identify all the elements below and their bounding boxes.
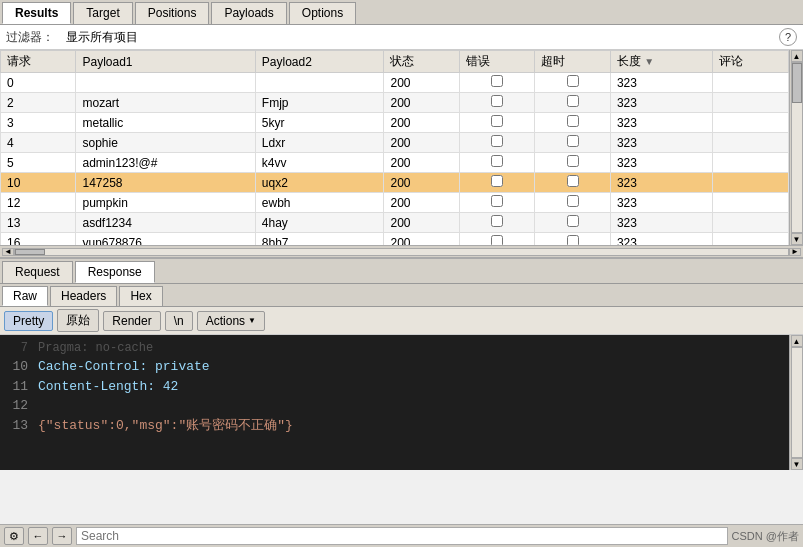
gear-button[interactable]: ⚙ <box>4 527 24 545</box>
scroll-up-arrow[interactable]: ▲ <box>791 50 803 62</box>
response-area-container: 7 Pragma: no-cache 10 Cache-Control: pri… <box>0 335 803 470</box>
vertical-scrollbar[interactable]: ▲ ▼ <box>789 50 803 245</box>
raw-button[interactable]: 原始 <box>57 309 99 332</box>
col-timeout[interactable]: 超时 <box>535 51 610 73</box>
main-wrapper: Results Target Positions Payloads Option… <box>0 0 803 547</box>
scroll-thumb[interactable] <box>792 63 802 103</box>
results-table-wrapper[interactable]: 请求 Payload1 Payload2 状态 错误 超时 长度 ▼ 评论 <box>0 50 789 245</box>
actions-chevron: ▼ <box>248 316 256 325</box>
table-row[interactable]: 4sophieLdxr200323 <box>1 133 789 153</box>
response-content[interactable]: 7 Pragma: no-cache 10 Cache-Control: pri… <box>0 335 789 470</box>
mid-tab-bar: Request Response <box>0 259 803 284</box>
results-table: 请求 Payload1 Payload2 状态 错误 超时 长度 ▼ 评论 <box>0 50 789 245</box>
sub-tab-hex[interactable]: Hex <box>119 286 162 306</box>
col-p1[interactable]: Payload1 <box>76 51 255 73</box>
horizontal-scrollbar[interactable]: ◄ ► <box>0 245 803 257</box>
gear-icon: ⚙ <box>9 530 19 543</box>
resp-scroll-down[interactable]: ▼ <box>791 458 803 470</box>
bottom-bar: ⚙ ← → CSDN @作者 <box>0 524 803 547</box>
tab-response[interactable]: Response <box>75 261 155 283</box>
scroll-left-arrow[interactable]: ◄ <box>2 248 14 256</box>
col-length[interactable]: 长度 ▼ <box>610 51 713 73</box>
table-row[interactable]: 5admin123!@#k4vv200323 <box>1 153 789 173</box>
filter-label: 过滤器： <box>6 29 54 46</box>
table-container: 请求 Payload1 Payload2 状态 错误 超时 长度 ▼ 评论 <box>0 50 803 245</box>
response-line-10: 10 Cache-Control: private <box>8 357 781 377</box>
table-row[interactable]: 2mozartFmjp200323 <box>1 93 789 113</box>
table-row[interactable]: 16yun6788768bh7200323 <box>1 233 789 246</box>
col-status[interactable]: 状态 <box>384 51 459 73</box>
resp-scroll-track <box>791 347 803 458</box>
filter-bar: 过滤器： ? <box>0 25 803 50</box>
top-tab-bar: Results Target Positions Payloads Option… <box>0 0 803 25</box>
h-scroll-thumb[interactable] <box>15 249 45 255</box>
forward-button[interactable]: → <box>52 527 72 545</box>
actions-label: Actions <box>206 314 245 328</box>
back-icon: ← <box>33 530 44 542</box>
pretty-button[interactable]: Pretty <box>4 311 53 331</box>
col-comment[interactable]: 评论 <box>713 51 789 73</box>
help-button[interactable]: ? <box>779 28 797 46</box>
render-button[interactable]: Render <box>103 311 160 331</box>
h-scroll-track <box>14 248 789 256</box>
response-v-scrollbar[interactable]: ▲ ▼ <box>789 335 803 470</box>
col-p2[interactable]: Payload2 <box>255 51 384 73</box>
actions-button[interactable]: Actions ▼ <box>197 311 265 331</box>
tab-payloads[interactable]: Payloads <box>211 2 286 24</box>
table-row[interactable]: 3metallic5kyr200323 <box>1 113 789 133</box>
tab-request[interactable]: Request <box>2 261 73 283</box>
filter-icon[interactable]: ▼ <box>644 56 654 67</box>
response-line-7: 7 Pragma: no-cache <box>8 339 781 357</box>
sub-tab-raw[interactable]: Raw <box>2 286 48 306</box>
tab-target[interactable]: Target <box>73 2 132 24</box>
scroll-down-arrow[interactable]: ▼ <box>791 233 803 245</box>
search-input[interactable] <box>76 527 728 545</box>
scroll-right-arrow[interactable]: ► <box>789 248 801 256</box>
response-line-12: 12 <box>8 396 781 416</box>
table-row[interactable]: 13asdf12344hay200323 <box>1 213 789 233</box>
tab-options[interactable]: Options <box>289 2 356 24</box>
table-row[interactable]: 12pumpkinewbh200323 <box>1 193 789 213</box>
ln-button[interactable]: \n <box>165 311 193 331</box>
tab-positions[interactable]: Positions <box>135 2 210 24</box>
col-error[interactable]: 错误 <box>459 51 534 73</box>
table-row[interactable]: 10147258uqx2200323 <box>1 173 789 193</box>
response-line-11: 11 Content-Length: 42 <box>8 377 781 397</box>
sub-tab-headers[interactable]: Headers <box>50 286 117 306</box>
response-toolbar: Pretty 原始 Render \n Actions ▼ <box>0 307 803 335</box>
scroll-track <box>791 62 803 233</box>
branding-label: CSDN @作者 <box>732 529 799 544</box>
forward-icon: → <box>57 530 68 542</box>
response-line-13: 13 {"status":0,"msg":"账号密码不正确"} <box>8 416 781 436</box>
table-row[interactable]: 0200323 <box>1 73 789 93</box>
back-button[interactable]: ← <box>28 527 48 545</box>
resp-scroll-up[interactable]: ▲ <box>791 335 803 347</box>
col-req[interactable]: 请求 <box>1 51 76 73</box>
tab-results[interactable]: Results <box>2 2 71 24</box>
filter-input[interactable] <box>66 30 773 44</box>
sub-tab-bar: Raw Headers Hex <box>0 284 803 307</box>
results-section: 请求 Payload1 Payload2 状态 错误 超时 长度 ▼ 评论 <box>0 50 803 259</box>
